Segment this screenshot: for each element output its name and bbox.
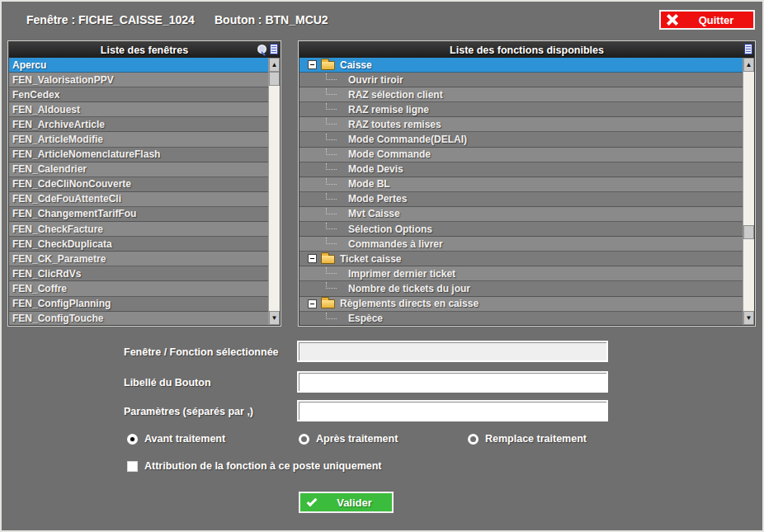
radio-circle-icon[interactable] [127, 434, 138, 445]
function-tree-item-label: Imprimer dernier ticket [348, 268, 455, 280]
function-tree-item-label: Mode Pertes [348, 193, 407, 205]
window-list-item[interactable]: FEN_CdeCliNonCouverte [9, 177, 268, 192]
function-list-header: Liste des fonctions disponibles [299, 42, 754, 58]
valider-button[interactable]: Valider [299, 492, 394, 513]
collapse-minus-icon[interactable] [308, 254, 317, 263]
window-list-item[interactable]: FEN_CheckDuplicata [9, 237, 268, 252]
valider-button-label: Valider [317, 497, 392, 509]
collapse-minus-icon[interactable] [308, 60, 317, 69]
search-icon[interactable] [256, 44, 267, 56]
window-list-item[interactable]: FEN_ValorisationPPV [9, 73, 268, 87]
function-tree-item-label: Mode Commande(DELAI) [348, 134, 467, 145]
window-list-item-label: FEN_ClicRdVs [12, 268, 81, 280]
treatment-radio-1[interactable]: Après traitement [299, 433, 398, 445]
tree-connector [326, 238, 337, 244]
window-list-item-label: FEN_Aldouest [12, 104, 80, 115]
window-list-item-label: FEN_ArchiveArticle [12, 119, 105, 130]
window-list-item[interactable]: FEN_ArchiveArticle [9, 117, 268, 132]
treatment-radio-2[interactable]: Remplace traitement [468, 433, 587, 445]
attribution-checkbox[interactable] [127, 461, 138, 472]
function-tree-item[interactable]: Commandes à livrer [299, 237, 743, 252]
selected-function-field[interactable] [297, 341, 608, 362]
function-tree-item[interactable]: Règlements directs en caisse [299, 297, 743, 312]
window-list-item[interactable]: FEN_ChangementTarifFou [9, 207, 268, 222]
function-tree-item-label: Mode Commande [348, 148, 431, 160]
function-tree-item[interactable]: Mvt Caisse [299, 207, 743, 222]
function-tree-item-label: Mode BL [348, 178, 390, 190]
function-tree-item[interactable]: Mode BL [299, 177, 743, 192]
function-list-scrollbar[interactable]: ▲ ▼ [743, 58, 754, 325]
window-list-item[interactable]: FEN_ArticleModifie [9, 132, 268, 147]
window-list-item[interactable]: FenCedex [9, 87, 268, 102]
scroll-up-icon[interactable]: ▲ [269, 58, 280, 72]
function-tree-item[interactable]: RAZ sélection client [299, 87, 743, 102]
treatment-radio-label: Après traitement [316, 433, 398, 445]
scrollbar-thumb[interactable] [269, 72, 280, 86]
function-tree-item[interactable]: Imprimer dernier ticket [299, 266, 743, 281]
function-tree-item-label: RAZ remise ligne [348, 104, 429, 115]
function-tree-item[interactable]: Mode Devis [299, 162, 743, 177]
window-list-title: Liste des fenêtres [101, 45, 188, 56]
tree-connector [326, 163, 337, 170]
button-caption-field[interactable] [297, 371, 608, 393]
function-tree-item[interactable]: Mode Pertes [299, 192, 743, 207]
scrollbar-thumb[interactable] [743, 225, 754, 239]
folder-icon [321, 61, 335, 70]
function-tree-item[interactable]: Caisse [299, 58, 743, 73]
window-list-item[interactable]: FEN_ConfigPlanning [9, 297, 268, 312]
treatment-radio-label: Avant traitement [144, 433, 225, 445]
function-tree-item[interactable]: Ouvrir tiroir [299, 73, 743, 87]
tree-connector [326, 282, 337, 289]
parameters-field[interactable] [297, 400, 608, 421]
window-list-scrollbar[interactable]: ▲ ▼ [268, 58, 280, 325]
tree-connector [326, 134, 337, 140]
function-tree-item-label: Mode Devis [348, 163, 403, 175]
radio-circle-icon[interactable] [299, 434, 309, 445]
window-list-item[interactable]: FEN_ClicRdVs [9, 266, 268, 281]
parameters-label: Paramètres (séparés par ,) [124, 406, 253, 417]
window-list-item[interactable]: FEN_ConfigTouche [9, 312, 268, 325]
window-list-item[interactable]: FEN_Coffre [9, 281, 268, 296]
folder-icon [321, 299, 335, 308]
window-list-item[interactable]: FEN_Aldouest [9, 102, 268, 117]
scroll-down-icon[interactable]: ▼ [743, 311, 754, 325]
function-tree-item[interactable]: Sélection Options [299, 222, 743, 237]
window-list-item-label: FEN_Coffre [12, 283, 67, 294]
function-tree-item[interactable]: RAZ remise ligne [299, 102, 743, 117]
tree-connector [326, 148, 337, 155]
window-list-item-label: FEN_ConfigPlanning [12, 298, 111, 309]
radio-circle-icon[interactable] [468, 434, 479, 445]
list-options-icon[interactable] [744, 44, 752, 54]
selected-function-label: Fenêtre / Fonction sélectionnée [124, 346, 279, 358]
function-tree-item-label: Commandes à livrer [348, 238, 443, 250]
window-list-item-label: FEN_ArticleModifie [12, 134, 103, 145]
function-tree-item[interactable]: RAZ toutes remises [299, 117, 743, 132]
scroll-down-icon[interactable]: ▼ [269, 311, 280, 325]
function-tree-item[interactable]: Espèce [299, 312, 743, 325]
button-caption-label: Libellé du Bouton [124, 377, 211, 388]
function-tree-item-label: Nombre de tickets du jour [348, 283, 470, 294]
window-list-item[interactable]: Apercu [9, 58, 268, 73]
treatment-radio-0[interactable]: Avant traitement [127, 433, 225, 445]
window-list-item-label: FEN_CdeFouAttenteCli [12, 193, 121, 205]
attribution-checkbox-row[interactable]: Attribution de la fonction à ce poste un… [127, 460, 382, 472]
function-tree-item-label: Ticket caisse [340, 253, 402, 265]
quitter-button[interactable]: Quitter [659, 10, 755, 30]
scroll-up-icon[interactable]: ▲ [743, 58, 754, 72]
window-list-item[interactable]: FEN_CdeFouAttenteCli [9, 192, 268, 207]
function-tree-item[interactable]: Ticket caisse [299, 252, 743, 266]
window-list-item[interactable]: FEN_CheckFacture [9, 222, 268, 237]
tree-connector [326, 88, 337, 95]
function-tree-item[interactable]: Nombre de tickets du jour [299, 281, 743, 296]
function-tree-item[interactable]: Mode Commande [299, 148, 743, 162]
function-tree-rows: CaisseOuvrir tiroirRAZ sélection clientR… [299, 58, 743, 325]
collapse-minus-icon[interactable] [308, 299, 317, 308]
window-list-item-label: FEN_ValorisationPPV [12, 74, 114, 86]
attribution-checkbox-label: Attribution de la fonction à ce poste un… [144, 460, 382, 472]
list-options-icon[interactable] [270, 44, 278, 54]
window-list-item[interactable]: FEN_ArticleNomenclatureFlash [9, 148, 268, 162]
window-list-item[interactable]: FEN_CK_Parametre [9, 252, 268, 266]
tree-connector [326, 313, 337, 319]
function-tree-item[interactable]: Mode Commande(DELAI) [299, 132, 743, 147]
window-list-item[interactable]: FEN_Calendrier [9, 162, 268, 177]
